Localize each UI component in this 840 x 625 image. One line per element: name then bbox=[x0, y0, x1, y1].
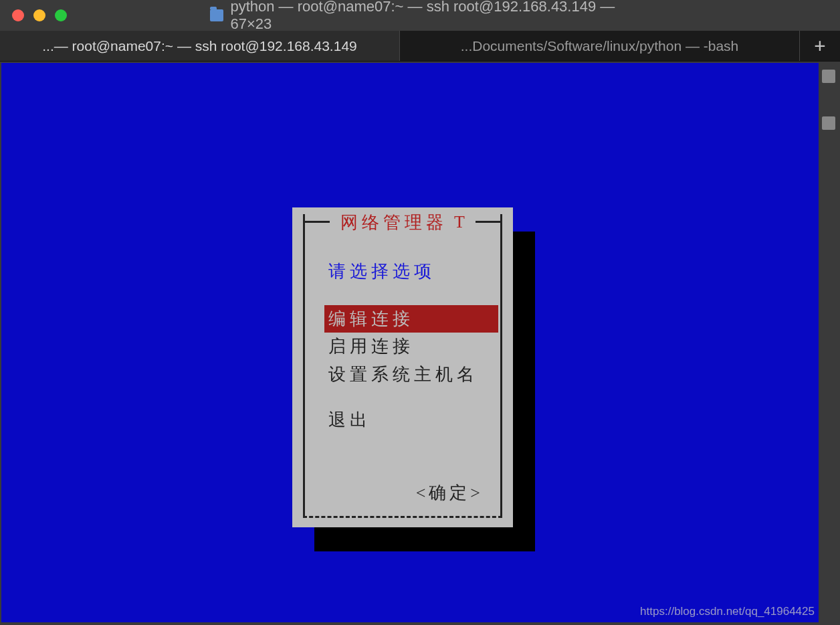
terminal-area: 网络管理器 T 请选择选项 编辑连接 启用连接 设置系统主机名 退出 bbox=[0, 62, 840, 625]
menu-item-label: 编辑连接 bbox=[328, 309, 414, 329]
close-window-button[interactable] bbox=[12, 9, 24, 21]
menu-item-set-hostname[interactable]: 设置系统主机名 bbox=[324, 361, 493, 388]
new-tab-button[interactable]: + bbox=[800, 31, 840, 61]
dialog-prompt: 请选择选项 bbox=[328, 260, 435, 283]
terminal-screen[interactable]: 网络管理器 T 请选择选项 编辑连接 启用连接 设置系统主机名 退出 bbox=[1, 63, 819, 622]
menu-item-exit[interactable]: 退出 bbox=[328, 408, 371, 432]
tab-bash-session[interactable]: ...Documents/Software/linux/python — -ba… bbox=[400, 31, 800, 61]
window-titlebar: python — root@name07:~ — ssh root@192.16… bbox=[0, 0, 840, 31]
scrollbar-marker bbox=[822, 70, 835, 83]
folder-icon bbox=[210, 9, 223, 21]
menu-item-enable-connection[interactable]: 启用连接 bbox=[324, 333, 493, 360]
dialog-header: 网络管理器 T bbox=[292, 213, 513, 232]
header-decoration-right bbox=[476, 221, 502, 223]
watermark-text: https://blog.csdn.net/qq_41964425 bbox=[640, 605, 815, 618]
scrollbar-marker bbox=[822, 116, 835, 130]
dialog-title-suffix: T bbox=[454, 212, 465, 232]
network-manager-dialog: 网络管理器 T 请选择选项 编辑连接 启用连接 设置系统主机名 退出 bbox=[292, 207, 513, 527]
header-decoration-left bbox=[303, 221, 330, 223]
exit-label: 退出 bbox=[328, 410, 371, 430]
menu-item-label: 设置系统主机名 bbox=[328, 365, 478, 384]
ok-label: <确定> bbox=[416, 483, 484, 503]
traffic-lights bbox=[12, 9, 67, 21]
minimize-window-button[interactable] bbox=[33, 9, 45, 21]
menu-item-edit-connection[interactable]: 编辑连接 bbox=[324, 305, 498, 333]
scrollbar-track[interactable] bbox=[820, 63, 837, 622]
menu-items-list: 编辑连接 启用连接 设置系统主机名 bbox=[324, 305, 493, 388]
plus-icon: + bbox=[815, 35, 826, 57]
dialog-title: 网络管理器 bbox=[340, 211, 447, 234]
tabbar: ...— root@name07:~ — ssh root@192.168.43… bbox=[0, 31, 840, 62]
tab-label: ...Documents/Software/linux/python — -ba… bbox=[461, 38, 739, 54]
menu-item-label: 启用连接 bbox=[328, 337, 414, 356]
tab-ssh-session[interactable]: ...— root@name07:~ — ssh root@192.168.43… bbox=[0, 31, 400, 61]
tab-label: ...— root@name07:~ — ssh root@192.168.43… bbox=[42, 38, 357, 54]
window-title: python — root@name07:~ — ssh root@192.16… bbox=[210, 0, 630, 33]
window-title-text: python — root@name07:~ — ssh root@192.16… bbox=[230, 0, 630, 33]
ok-button[interactable]: <确定> bbox=[416, 481, 484, 505]
maximize-window-button[interactable] bbox=[55, 9, 67, 21]
